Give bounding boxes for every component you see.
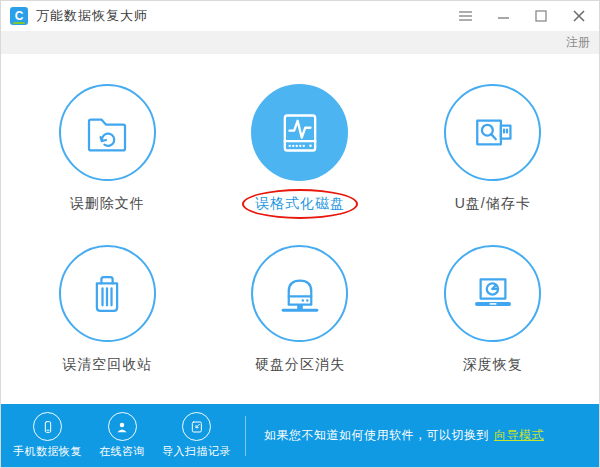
wizard-mode-link[interactable]: 向导模式 bbox=[494, 428, 544, 442]
mode-circle bbox=[444, 84, 541, 181]
mode-emptied-recycle-bin[interactable]: 误清空回收站 bbox=[59, 245, 156, 406]
footer-shortcuts: 手机数据恢复 在线咨询 导入扫描记录 bbox=[1, 412, 245, 459]
logo-green-accent bbox=[13, 22, 25, 24]
close-button[interactable] bbox=[571, 8, 587, 24]
phone-data-recovery-button[interactable]: 手机数据恢复 bbox=[13, 412, 82, 459]
mode-circle bbox=[59, 84, 156, 181]
footer-hint: 如果您不知道如何使用软件，可以切换到向导模式 bbox=[264, 427, 544, 444]
mode-circle bbox=[251, 245, 348, 342]
mode-label: 误删除文件 bbox=[70, 195, 145, 213]
mode-label: U盘/储存卡 bbox=[455, 195, 531, 213]
footer-bar: 手机数据恢复 在线咨询 导入扫描记录 如果您不知道如何使 bbox=[1, 404, 600, 467]
mode-circle bbox=[444, 245, 541, 342]
mode-label: 硬盘分区消失 bbox=[255, 356, 345, 374]
mode-formatted-disk[interactable]: 误格式化磁盘 bbox=[242, 84, 358, 245]
person-icon bbox=[108, 412, 137, 441]
mode-deleted-files[interactable]: 误删除文件 bbox=[59, 84, 156, 245]
mode-lost-partition[interactable]: 硬盘分区消失 bbox=[251, 245, 348, 406]
mode-deep-recovery[interactable]: 深度恢复 bbox=[444, 245, 541, 406]
window-title: 万能数据恢复大师 bbox=[36, 7, 148, 25]
usb-search-icon bbox=[466, 106, 520, 160]
shortcut-label: 导入扫描记录 bbox=[162, 444, 231, 459]
phone-icon bbox=[33, 412, 62, 441]
maximize-button[interactable] bbox=[533, 8, 549, 24]
drive-partition-icon bbox=[273, 267, 327, 321]
footer-divider bbox=[245, 416, 246, 456]
mode-circle bbox=[59, 245, 156, 342]
laptop-pie-icon bbox=[466, 267, 520, 321]
import-record-icon bbox=[182, 412, 211, 441]
folder-restore-icon bbox=[80, 106, 134, 160]
online-consult-button[interactable]: 在线咨询 bbox=[99, 412, 145, 459]
mode-label: 深度恢复 bbox=[463, 356, 523, 374]
trash-icon bbox=[80, 267, 134, 321]
hint-text: 如果您不知道如何使用软件，可以切换到 bbox=[264, 428, 489, 442]
mode-circle-selected bbox=[251, 84, 348, 181]
minimize-button[interactable] bbox=[495, 8, 511, 24]
shortcut-label: 在线咨询 bbox=[99, 444, 145, 459]
shortcut-label: 手机数据恢复 bbox=[13, 444, 82, 459]
mode-label: 误清空回收站 bbox=[62, 356, 152, 374]
menu-icon[interactable] bbox=[457, 8, 473, 24]
recovery-mode-grid: 误删除文件 误格式化磁盘 bbox=[1, 54, 599, 406]
account-strip: 注册 bbox=[1, 31, 599, 54]
import-scan-record-button[interactable]: 导入扫描记录 bbox=[162, 412, 231, 459]
mode-usb-storage-card[interactable]: U盘/储存卡 bbox=[444, 84, 541, 245]
disk-waveform-icon bbox=[272, 105, 328, 161]
window-controls bbox=[457, 8, 587, 24]
app-logo-icon: C bbox=[10, 7, 28, 25]
red-annotation-ellipse: 误格式化磁盘 bbox=[242, 189, 358, 219]
register-link[interactable]: 注册 bbox=[566, 34, 590, 51]
logo-letter: C bbox=[15, 9, 24, 23]
mode-label: 误格式化磁盘 bbox=[255, 195, 345, 211]
title-bar: C 万能数据恢复大师 bbox=[1, 1, 599, 31]
